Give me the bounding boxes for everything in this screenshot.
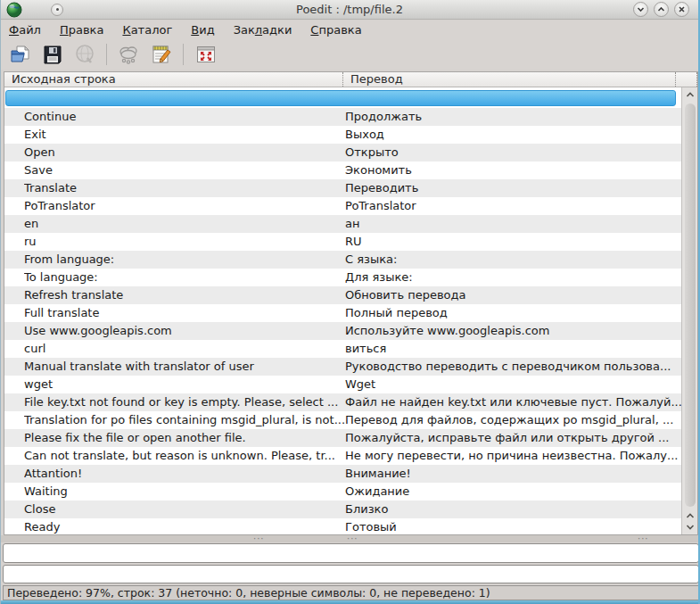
menu-edit[interactable]: Правка: [60, 23, 103, 37]
source-cell: Full translate: [24, 304, 345, 322]
titlebar[interactable]: Poedit : /tmp/file.2: [1, 0, 698, 20]
minimize-button[interactable]: [633, 2, 648, 17]
list-item[interactable]: File key.txt not found or key is empty. …: [4, 393, 681, 411]
app-globe-icon: [6, 2, 22, 18]
list-item[interactable]: ReadyГотовый: [4, 518, 681, 534]
open-icon[interactable]: [8, 43, 32, 67]
source-cell: ru: [24, 233, 345, 251]
source-cell: curl: [24, 340, 345, 358]
menu-view[interactable]: Вид: [191, 23, 214, 37]
translation-cell: Продолжать: [345, 108, 681, 126]
menu-bookmarks[interactable]: Закладки: [234, 23, 292, 37]
update-translate-icon[interactable]: [117, 43, 141, 67]
list-item[interactable]: CloseБлизко: [4, 501, 681, 518]
translation-cell: Обновить перевода: [345, 286, 681, 304]
scroll-up-icon[interactable]: [682, 509, 698, 521]
poedit-window: Poedit : /tmp/file.2 Файл Правка Каталог…: [0, 0, 700, 604]
window-bottom-border: [1, 600, 698, 604]
translation-cell: Близко: [345, 501, 681, 518]
list-item[interactable]: WaitingОжидание: [4, 483, 681, 501]
vertical-scrollbar[interactable]: [681, 87, 697, 534]
column-header-spacer: [676, 72, 697, 87]
source-cell: Translate: [24, 179, 345, 197]
close-button[interactable]: [674, 2, 689, 17]
column-header-translation[interactable]: Перевод: [343, 72, 676, 87]
list-item[interactable]: ContinueПродолжать: [4, 108, 681, 126]
list-item[interactable]: Attantion!Внимание!: [4, 465, 681, 483]
translation-cell: Пожалуйста, исправьте файл или открыть д…: [345, 429, 681, 447]
translation-cell: Экономить: [345, 161, 681, 179]
translation-cell: Выход: [345, 126, 681, 144]
toolbar-separator: [106, 44, 107, 65]
list-item[interactable]: OpenОткрыто: [4, 144, 681, 161]
menu-file[interactable]: Файл: [9, 23, 41, 37]
list-item[interactable]: Please fix the file or open another file…: [4, 429, 681, 447]
list-item[interactable]: Translation for po files containing msgi…: [4, 411, 681, 429]
translation-text-field[interactable]: [3, 565, 699, 583]
list-item[interactable]: [5, 90, 676, 106]
scroll-down-icon[interactable]: [682, 521, 698, 533]
scrollbar-thumb[interactable]: [685, 103, 696, 507]
translation-cell: С языка:: [345, 251, 681, 269]
list-item[interactable]: From language:С языка:: [4, 251, 681, 269]
list-item[interactable]: Can not translate, but reason is unknown…: [4, 447, 681, 465]
list-item[interactable]: TranslateПереводить: [4, 179, 681, 197]
fuzzy-icon[interactable]: [194, 43, 218, 67]
list-item[interactable]: wgetWget: [4, 376, 681, 393]
translation-list: ContinueПродолжатьExitВыходOpenОткрытоSa…: [4, 87, 681, 534]
splitter-sash[interactable]: ··· ··· ···: [1, 535, 698, 542]
list-item[interactable]: SaveЭкономить: [4, 161, 681, 179]
source-cell: Refresh translate: [24, 286, 345, 304]
source-cell: Continue: [24, 108, 345, 126]
window-title: Poedit : /tmp/file.2: [108, 3, 591, 16]
list-item[interactable]: Use www.googleapis.comИспользуйте www.go…: [4, 322, 681, 340]
translation-cell: Wget: [345, 376, 681, 393]
source-cell: Attantion!: [24, 465, 345, 483]
menu-help[interactable]: Справка: [310, 23, 361, 37]
source-cell: Waiting: [24, 483, 345, 501]
window-menu-button[interactable]: [51, 4, 63, 16]
scroll-up-icon[interactable]: [682, 88, 698, 100]
translation-cell: Не могу перевести, но причина неизвестна…: [345, 447, 681, 465]
source-cell: wget: [24, 376, 345, 393]
list-item[interactable]: enан: [4, 215, 681, 233]
source-cell: en: [24, 215, 345, 233]
translation-cell: Файл не найден key.txt или ключевые пуст…: [345, 393, 681, 411]
list-item[interactable]: Full translateПолный перевод: [4, 304, 681, 322]
save-icon[interactable]: [40, 43, 64, 67]
list-item[interactable]: ExitВыход: [4, 126, 681, 144]
source-cell: PoTranslator: [24, 197, 345, 215]
source-cell: From language:: [24, 251, 345, 269]
list-item[interactable]: Refresh translateОбновить перевода: [4, 286, 681, 304]
list-item[interactable]: curlвиться: [4, 340, 681, 358]
translation-cell: Полный перевод: [345, 304, 681, 322]
list-item[interactable]: Manual translate with translator of user…: [4, 358, 681, 376]
translation-cell: Для языке:: [345, 269, 681, 286]
source-cell: Manual translate with translator of user: [24, 358, 345, 376]
source-cell: Please fix the file or open another file…: [24, 429, 345, 447]
source-cell: Ready: [24, 518, 345, 534]
translation-cell: Перевод для файлов, содержащих po msgid_…: [345, 411, 681, 429]
validate-icon: [72, 43, 96, 67]
translation-cell: Руководство переводить с переводчиком по…: [345, 358, 681, 376]
toolbar-separator: [183, 44, 184, 65]
menu-catalog[interactable]: Каталог: [122, 23, 172, 37]
maximize-button[interactable]: [654, 2, 669, 17]
edit-comment-icon[interactable]: [149, 43, 173, 67]
source-cell: Exit: [24, 126, 345, 144]
translation-cell: ан: [345, 215, 681, 233]
column-header-source[interactable]: Исходная строка: [4, 72, 343, 87]
source-text-field[interactable]: [3, 543, 699, 563]
source-cell: To language:: [24, 269, 345, 286]
source-cell: Can not translate, but reason is unknown…: [24, 447, 345, 465]
translation-cell: PoTranslator: [345, 197, 681, 215]
list-header: Исходная строка Перевод: [4, 72, 697, 87]
source-cell: Use www.googleapis.com: [24, 322, 345, 340]
translation-cell: Открыто: [345, 144, 681, 161]
list-item[interactable]: To language:Для языке:: [4, 269, 681, 286]
translation-cell: Переводить: [345, 179, 681, 197]
list-item[interactable]: PoTranslatorPoTranslator: [4, 197, 681, 215]
translation-cell: Используйте www.googleapis.com: [345, 322, 681, 340]
source-cell: Close: [24, 501, 345, 518]
list-item[interactable]: ruRU: [4, 233, 681, 251]
